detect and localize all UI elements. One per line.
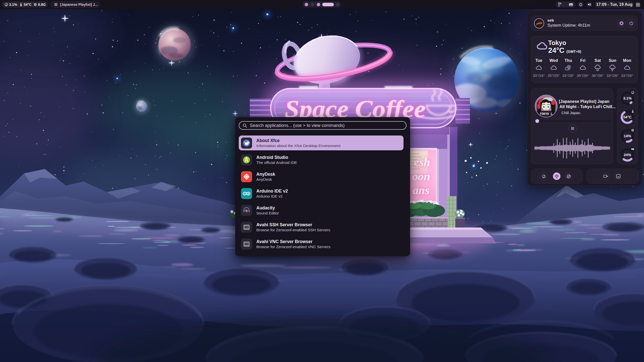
svg-text:TOKYO L: TOKYO L (540, 112, 552, 116)
svg-text:esh: esh (414, 156, 430, 168)
svg-text:ans: ans (413, 184, 429, 197)
svg-text:oon: oon (412, 170, 430, 183)
